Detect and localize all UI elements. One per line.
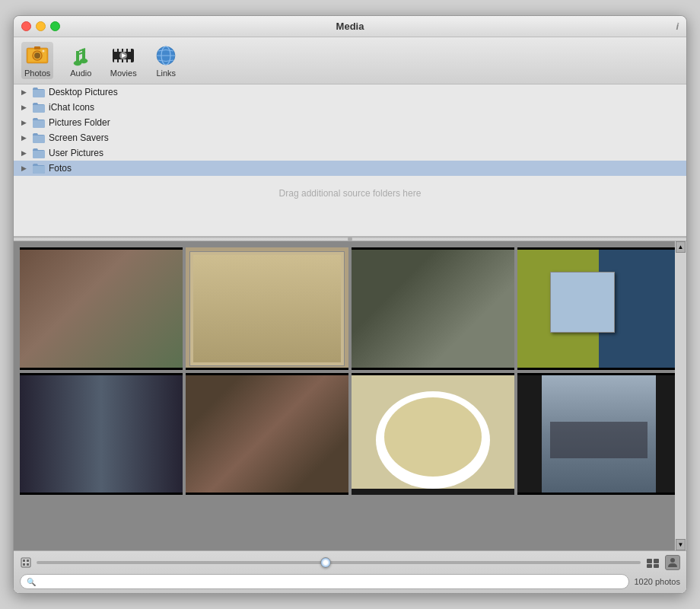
main-content: ▶ Desktop Pictures ▶ iChat Icons ▶	[14, 84, 686, 593]
size-slider-row	[20, 555, 680, 570]
scroll-down-button[interactable]: ▼	[676, 539, 686, 550]
source-item-user-pictures[interactable]: ▶ User Pictures	[14, 145, 686, 161]
info-button[interactable]: i	[676, 21, 679, 32]
expand-arrow: ▶	[21, 88, 29, 96]
close-button[interactable]	[21, 21, 31, 31]
source-item-ichat-icons[interactable]: ▶ iChat Icons	[14, 100, 686, 115]
photos-icon	[25, 43, 49, 68]
svg-rect-27	[23, 563, 25, 566]
movies-icon	[111, 43, 135, 68]
photo-count: 1020 photos	[634, 577, 680, 586]
bottom-bar: 🔍 1020 photos	[14, 550, 686, 593]
photos-label: Photos	[24, 69, 50, 78]
thumbnail-size-slider[interactable]	[37, 561, 641, 564]
svg-rect-32	[654, 564, 659, 568]
expand-arrow: ▶	[21, 149, 29, 157]
expand-arrow: ▶	[21, 119, 29, 126]
search-row: 🔍 1020 photos	[20, 574, 680, 589]
photo-thumbnail[interactable]	[186, 373, 348, 496]
source-item-label: User Pictures	[49, 148, 103, 158]
drag-hint: Drag additional source folders here	[14, 176, 686, 211]
scrollbar[interactable]: ▲ ▼	[675, 241, 686, 550]
svg-rect-12	[119, 49, 122, 52]
source-list: ▶ Desktop Pictures ▶ iChat Icons ▶	[14, 84, 686, 237]
audio-icon	[68, 43, 93, 68]
scroll-up-button[interactable]: ▲	[676, 241, 686, 253]
svg-rect-30	[654, 559, 659, 563]
svg-rect-13	[123, 49, 126, 52]
window-title: Media	[336, 21, 364, 32]
svg-rect-15	[114, 59, 117, 62]
svg-rect-14	[128, 49, 131, 52]
movies-label: Movies	[110, 69, 137, 78]
svg-rect-25	[23, 560, 25, 562]
source-item-label: Desktop Pictures	[49, 87, 118, 97]
folder-icon	[33, 87, 45, 97]
window-controls	[21, 21, 60, 31]
svg-rect-7	[76, 51, 79, 63]
expand-arrow: ▶	[21, 164, 29, 172]
folder-icon	[33, 148, 45, 158]
source-item-screen-savers[interactable]: ▶ Screen Savers	[14, 130, 686, 145]
svg-point-3	[34, 53, 40, 59]
search-icon: 🔍	[27, 578, 36, 586]
expand-arrow: ▶	[21, 134, 29, 142]
source-item-label: Screen Savers	[49, 132, 109, 143]
svg-rect-16	[119, 59, 122, 62]
thumbnail-size-small-icon	[20, 556, 32, 569]
toolbar-movies[interactable]: Movies	[108, 43, 138, 78]
links-icon	[154, 43, 178, 68]
source-item-fotos[interactable]: ▶ Fotos	[14, 161, 686, 176]
svg-rect-29	[647, 559, 652, 563]
svg-rect-4	[34, 46, 40, 49]
photo-thumbnail[interactable]	[517, 373, 680, 496]
media-window: Media i Photos	[13, 15, 687, 594]
svg-rect-24	[21, 558, 30, 567]
photo-thumbnail[interactable]	[186, 247, 348, 370]
photo-thumbnail[interactable]	[20, 247, 183, 370]
svg-rect-28	[27, 563, 29, 566]
titlebar: Media i	[14, 16, 686, 37]
svg-rect-18	[128, 59, 131, 62]
photo-thumbnail[interactable]	[517, 247, 680, 370]
source-item-desktop-pictures[interactable]: ▶ Desktop Pictures	[14, 84, 686, 100]
audio-label: Audio	[70, 69, 91, 78]
photo-thumbnail[interactable]	[20, 373, 183, 496]
svg-point-5	[43, 50, 45, 53]
toolbar-audio[interactable]: Audio	[65, 43, 96, 78]
links-label: Links	[156, 69, 176, 78]
toolbar-photos[interactable]: Photos	[21, 42, 53, 79]
toolbar: Photos Audio	[14, 37, 686, 84]
expand-arrow: ▶	[21, 104, 29, 111]
svg-point-33	[670, 558, 675, 563]
svg-rect-26	[27, 560, 29, 562]
source-item-label: Pictures Folder	[49, 117, 110, 128]
minimize-button[interactable]	[36, 21, 46, 31]
svg-rect-17	[123, 59, 126, 62]
search-box[interactable]: 🔍	[20, 574, 629, 589]
photo-grid	[14, 241, 686, 501]
toolbar-links[interactable]: Links	[151, 43, 181, 78]
photo-grid-area[interactable]: ▲ ▼	[14, 241, 686, 550]
person-icon-button[interactable]	[665, 555, 680, 570]
svg-rect-31	[647, 564, 652, 568]
folder-icon	[33, 102, 45, 113]
slider-thumb[interactable]	[320, 557, 331, 568]
source-item-label: Fotos	[49, 163, 72, 174]
folder-icon	[33, 163, 45, 174]
svg-rect-11	[114, 49, 117, 52]
folder-icon	[33, 132, 45, 143]
folder-icon	[33, 117, 45, 128]
photo-thumbnail[interactable]	[352, 247, 514, 370]
svg-rect-9	[82, 49, 85, 61]
source-item-pictures-folder[interactable]: ▶ Pictures Folder	[14, 115, 686, 130]
maximize-button[interactable]	[50, 21, 60, 31]
photo-thumbnail[interactable]	[352, 373, 514, 496]
thumbnail-size-large-icon	[645, 555, 660, 570]
source-item-label: iChat Icons	[49, 102, 94, 113]
